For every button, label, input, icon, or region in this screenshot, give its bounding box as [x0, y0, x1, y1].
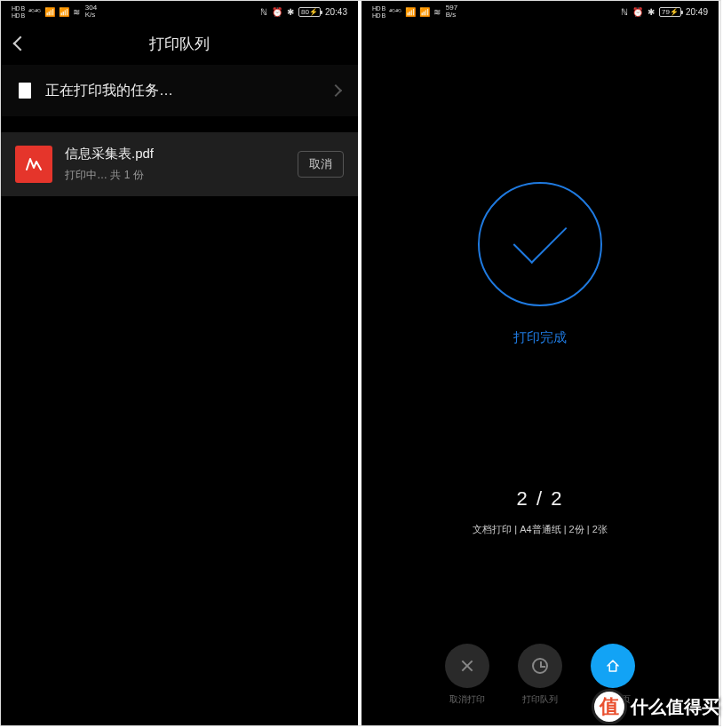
status-time: 20:43	[325, 7, 347, 17]
file-name: 信息采集表.pdf	[65, 146, 298, 162]
battery-icon: 80⚡	[298, 7, 321, 17]
wifi-icon: ≋	[73, 7, 80, 17]
bluetooth-icon: ✱	[287, 7, 294, 17]
current-job-row[interactable]: 正在打印我的任务…	[1, 65, 358, 116]
pdf-icon	[15, 146, 52, 183]
watermark-icon: 值	[592, 689, 627, 724]
home-icon	[605, 658, 621, 674]
page-header: 打印队列	[1, 22, 358, 65]
nfc-icon: ℕ	[621, 7, 628, 17]
alarm-icon: ⏰	[272, 7, 282, 17]
status-bar-right: HD BHD B ⁴ᴳ⁴ᴳ 📶📶 ≋ 597B/s ℕ ⏰ ✱ 79⚡ 20:4…	[362, 1, 719, 22]
print-queue-button[interactable]: 打印队列	[518, 644, 562, 706]
back-icon[interactable]	[13, 36, 28, 51]
watermark: 值 什么值得买	[592, 689, 719, 724]
status-time: 20:49	[686, 7, 708, 17]
success-text: 打印完成	[513, 329, 567, 346]
current-job-label: 正在打印我的任务…	[45, 82, 331, 100]
wifi-icon: ≋	[433, 7, 441, 17]
page-count: 2 / 2	[362, 487, 719, 510]
document-icon	[19, 83, 31, 99]
file-status: 打印中… 共 1 份	[65, 168, 298, 183]
clock-icon	[532, 658, 548, 674]
success-circle-icon	[478, 182, 602, 306]
print-file-row: 信息采集表.pdf 打印中… 共 1 份 取消	[1, 132, 358, 196]
page-title: 打印队列	[149, 34, 210, 54]
cancel-print-button[interactable]: 取消打印	[445, 644, 489, 706]
chevron-right-icon	[330, 84, 342, 97]
alarm-icon: ⏰	[632, 7, 643, 17]
cancel-button[interactable]: 取消	[298, 151, 344, 178]
status-bar-left: HD BHD B ⁴ᴳ⁴ᴳ 📶📶 ≋ 304K/s ℕ ⏰ ✱ 80⚡ 20:4…	[1, 1, 358, 22]
close-icon	[460, 659, 474, 673]
check-icon	[513, 210, 568, 264]
nfc-icon: ℕ	[260, 7, 267, 17]
print-detail: 文档打印 | A4普通纸 | 2份 | 2张	[362, 523, 719, 536]
battery-icon: 79⚡	[659, 7, 681, 17]
bluetooth-icon: ✱	[648, 7, 655, 17]
